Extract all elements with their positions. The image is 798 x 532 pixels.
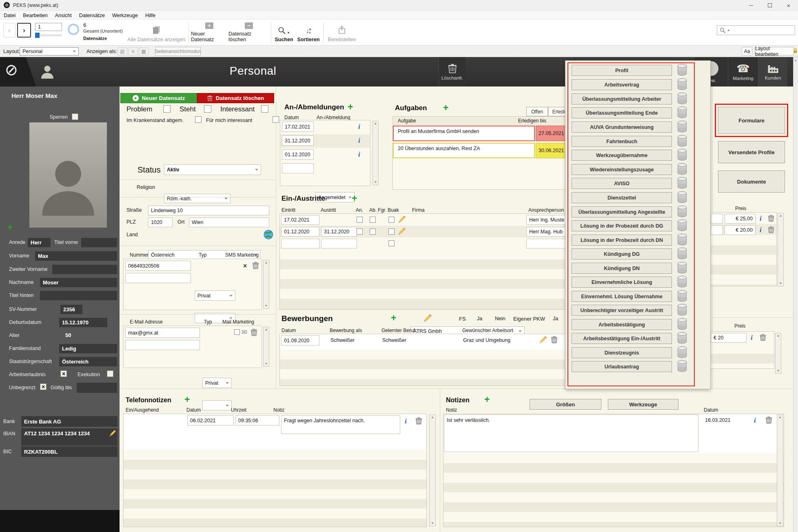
edit-layout-button[interactable]: Layout bearbeiten	[755, 47, 794, 55]
steht-checkbox[interactable]	[204, 105, 211, 113]
buak-checkbox[interactable]	[388, 217, 395, 223]
info-icon[interactable]: i	[760, 215, 762, 222]
anrede-field[interactable]: Herr	[28, 238, 51, 247]
anab-datum-field[interactable]: 31.12.2020	[282, 135, 314, 146]
religion-select[interactable]: Röm.-kath.	[164, 194, 231, 203]
share-button[interactable]: Bereitstellen	[326, 22, 358, 42]
clear-phone-icon[interactable]: ×	[243, 263, 247, 269]
ansprechperson-field[interactable]: Herr Ing. Muste	[526, 215, 567, 225]
sperren-checkbox[interactable]	[72, 113, 78, 120]
database-icon[interactable]	[676, 78, 688, 91]
form-unberechtigter-austritt-button[interactable]: Unberechtigter vorzeitiger Austritt	[572, 305, 672, 316]
ansprechperson-field-empty[interactable]	[526, 239, 567, 248]
scroll-down-icon[interactable]: ▼	[777, 369, 780, 372]
scroll-down-icon[interactable]: ▼	[265, 304, 268, 308]
record-number-input[interactable]: 1	[35, 23, 62, 31]
preis-scrollbar[interactable]: ▲▼	[778, 213, 784, 286]
database-icon[interactable]	[676, 261, 688, 274]
database-icon[interactable]	[676, 162, 688, 175]
menu-datensaetze[interactable]: Datensätze	[75, 11, 109, 20]
zweiter-vorname-field[interactable]	[52, 265, 117, 274]
scroll-up-icon[interactable]: ▲	[265, 328, 268, 331]
gueltig-bis-field[interactable]	[77, 383, 117, 393]
add-photo-button[interactable]: +	[7, 224, 13, 231]
menu-ansicht[interactable]: Ansicht	[51, 11, 75, 20]
next-record-button[interactable]: ›	[17, 23, 31, 38]
aufgabe-due-cell[interactable]: 30.06.2021	[536, 143, 567, 158]
groessen-button[interactable]: Größen	[530, 399, 601, 410]
form-ueberlassung-angestellte-button[interactable]: Überlassungsmitteilung Angestellte	[572, 206, 672, 217]
database-icon[interactable]	[676, 303, 688, 316]
email-typ-select-empty[interactable]	[202, 400, 232, 410]
scroll-down-icon[interactable]: ▼	[374, 181, 377, 184]
loeschanfrage-button[interactable]: Löschanfr.	[439, 57, 466, 86]
mail-marketing-checkbox[interactable]	[234, 329, 240, 335]
form-arbeitsbestaetigung-ea-button[interactable]: Arbeitsbestätigung Ein-/Austritt	[572, 333, 672, 344]
arbeitserlaubnis-checkbox[interactable]	[60, 370, 67, 377]
phone-typ-select[interactable]: Privat	[195, 290, 235, 301]
edit-iban-pencil-icon[interactable]	[109, 429, 117, 437]
neuer-datensatz-button[interactable]: +Neuer Datensatz	[120, 93, 197, 103]
database-icon[interactable]	[676, 120, 688, 133]
previous-record-button[interactable]: ‹	[3, 23, 16, 38]
pencil-icon[interactable]	[423, 313, 432, 323]
ansprechperson-field[interactable]: Herr Mag. Hub	[526, 227, 567, 237]
krankenstand-checkbox[interactable]	[195, 116, 202, 123]
preis-row-field[interactable]	[711, 214, 723, 224]
marketing-button[interactable]: ☎ Marketing	[728, 57, 758, 86]
info-icon[interactable]: i	[358, 137, 360, 144]
form-aviso-button[interactable]: AVISO	[572, 178, 672, 189]
trash-icon[interactable]	[768, 226, 774, 233]
preis-row-field[interactable]	[711, 225, 723, 235]
anab-datum-field-empty[interactable]	[282, 163, 314, 173]
titel-vorne-field[interactable]	[81, 238, 117, 247]
minimize-button[interactable]	[742, 0, 760, 11]
info-icon[interactable]: i	[751, 334, 753, 341]
database-icon[interactable]	[676, 346, 688, 359]
form-probezeit-dn-button[interactable]: Lösung in der Probezeit durch DN	[572, 235, 672, 246]
aufgabe-due-cell[interactable]: 27.05.2021	[536, 126, 567, 141]
trash-icon[interactable]	[760, 334, 766, 341]
form-kuendigung-dg-button[interactable]: Kündigung DG	[572, 248, 672, 259]
database-icon[interactable]	[676, 233, 688, 246]
pencil-icon[interactable]	[539, 335, 548, 344]
form-ueberlassung-arbeiter-button[interactable]: Überlassungsmitteilung Arbeiter	[572, 93, 672, 104]
database-icon[interactable]	[676, 92, 688, 105]
phone-number-field[interactable]: 06649320508	[125, 261, 191, 271]
form-dienstzeugnis-button[interactable]: Dienstzeugnis	[572, 347, 672, 358]
scroll-down-icon[interactable]: ▼	[431, 522, 434, 525]
scroll-up-icon[interactable]: ▲	[431, 416, 434, 419]
aufgaben-add-button[interactable]: +	[443, 104, 448, 111]
found-set-pie-icon[interactable]	[68, 24, 79, 35]
quick-search-input[interactable]: ▼	[717, 25, 795, 35]
preis-field[interactable]: € 20,00	[725, 225, 756, 235]
phone-scrollbar[interactable]: ▲▼	[263, 260, 269, 309]
eintritt-field[interactable]: 01.12.2020	[281, 227, 319, 237]
form-einvernehmliche-button[interactable]: Einvernehmliche Lösung	[572, 277, 672, 288]
datensatz-loeschen-button[interactable]: Datensatz löschen	[197, 93, 274, 103]
vorname-field[interactable]: Max	[35, 251, 117, 261]
info-icon[interactable]: i	[358, 151, 360, 158]
menu-hilfe[interactable]: Hilfe	[142, 11, 159, 20]
form-probezeit-dg-button[interactable]: Lösung in der Probezeit durch DG	[572, 220, 672, 231]
tn-datum-field[interactable]: 06.02.2021	[187, 415, 234, 426]
interessant-checkbox[interactable]	[261, 105, 268, 113]
email-field-empty[interactable]	[125, 340, 200, 350]
globe-icon[interactable]	[264, 230, 273, 239]
person-tab-icon[interactable]	[39, 64, 55, 80]
format-aa-button[interactable]: Aa	[742, 47, 752, 55]
scroll-up-icon[interactable]: ▲	[777, 334, 780, 337]
form-ueberlassung-ende-button[interactable]: Überlassungsmitteilung Ende	[572, 107, 672, 118]
tab-offen[interactable]: Offen	[526, 107, 548, 116]
status-select[interactable]: Aktiv	[164, 164, 261, 175]
envelope-icon[interactable]: ✉	[242, 329, 247, 336]
form-view-icon[interactable]: ▤	[117, 47, 127, 55]
problem-checkbox[interactable]	[163, 105, 171, 113]
trash-icon[interactable]	[551, 336, 558, 344]
anab-add-button[interactable]: +	[348, 103, 353, 111]
staatsbuergerschaft-field[interactable]: Österreich	[59, 357, 117, 366]
table-view-icon[interactable]: ▦	[139, 47, 149, 55]
search-button[interactable]: ▼ Suchen	[273, 22, 295, 42]
maximize-button[interactable]	[760, 0, 779, 11]
database-icon[interactable]	[676, 176, 688, 189]
